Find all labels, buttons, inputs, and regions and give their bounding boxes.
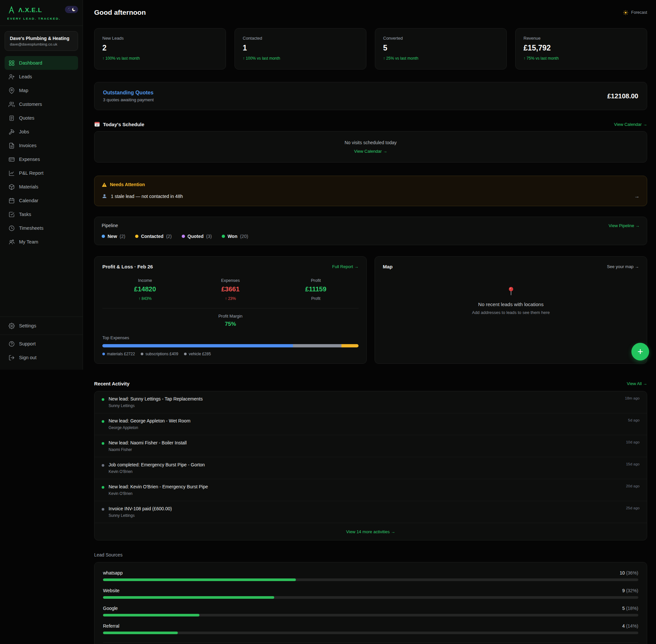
sidebar-item-jobs[interactable]: Jobs xyxy=(5,125,78,139)
stage-count: (2) xyxy=(166,234,172,239)
legend-vehicle: vehicle £285 xyxy=(184,352,211,356)
sidebar-item-my-team[interactable]: My Team xyxy=(5,235,78,249)
expenses-label: Expenses xyxy=(188,278,273,283)
sidebar-item-pnl-report[interactable]: P&L Report xyxy=(5,166,78,180)
stage-dot xyxy=(222,235,225,238)
sidebar-item-expenses[interactable]: Expenses xyxy=(5,153,78,166)
forecast-button[interactable]: Forecast xyxy=(623,10,647,16)
sidebar-item-tasks[interactable]: Tasks xyxy=(5,207,78,221)
source-pct: (18%) xyxy=(626,606,638,611)
outstanding-quotes-card[interactable]: Outstanding Quotes 3 quotes awaiting pay… xyxy=(94,82,647,110)
bar-segment-vehicle xyxy=(322,344,342,347)
warning-icon xyxy=(102,182,107,187)
lead-sources-title: Lead Sources xyxy=(94,552,647,557)
sidebar-item-quotes[interactable]: Quotes xyxy=(5,111,78,125)
profit-margin-block: Profit Margin 75% xyxy=(102,314,358,327)
activity-title: Invoice INV-108 paid (£600.00) xyxy=(109,506,621,511)
sidebar-item-sign-out[interactable]: Sign out xyxy=(5,351,78,364)
source-count: 10 xyxy=(619,570,625,575)
divider xyxy=(102,308,358,308)
check-square-icon xyxy=(8,211,15,217)
arrow-right-icon[interactable]: → xyxy=(634,193,640,199)
legend-label: vehicle £285 xyxy=(189,352,211,356)
sidebar-item-label: Materials xyxy=(19,184,38,189)
outstanding-quotes-subtitle: 3 quotes awaiting payment xyxy=(103,97,154,102)
activity-subtitle: George Appleton xyxy=(109,426,624,430)
add-button[interactable]: + xyxy=(631,343,649,361)
pnl-title: Profit & Loss · Feb 26 xyxy=(102,264,153,269)
sidebar-item-label: Quotes xyxy=(19,115,35,121)
calendar-emoji-icon: 17 xyxy=(94,121,100,127)
sidebar-item-support[interactable]: Support xyxy=(5,337,78,351)
activity-row[interactable]: New lead: George Appleton - Wet Room Geo… xyxy=(94,413,647,435)
sidebar-item-invoices[interactable]: Invoices xyxy=(5,139,78,153)
stage-dot xyxy=(135,235,138,238)
see-your-map-link[interactable]: See your map → xyxy=(607,264,639,269)
stat-value: £15,792 xyxy=(524,44,639,52)
pipeline-stage-new: New (2) xyxy=(102,234,125,239)
lead-source-referral: Referral 4 (14%) xyxy=(103,623,638,634)
view-calendar-link[interactable]: View Calendar → xyxy=(614,122,647,127)
activity-row[interactable]: Job completed: Emergency Burst Pipe - Go… xyxy=(94,457,647,479)
activity-title: New lead: Naomi Fisher - Boiler Install xyxy=(109,440,621,445)
legend-label: subscriptions £409 xyxy=(145,352,178,356)
stat-card-converted: Converted 5 ↑ 25% vs last month xyxy=(375,28,507,69)
view-all-link[interactable]: View All → xyxy=(627,381,647,386)
income-label: Income xyxy=(102,278,188,283)
schedule-view-calendar-link[interactable]: View Calendar → xyxy=(354,149,387,154)
stale-lead-row[interactable]: 1 stale lead — not contacted in 48h → xyxy=(102,193,640,199)
pnl-expenses: Expenses £3661 ↑ 23% xyxy=(188,278,273,301)
sidebar-item-timesheets[interactable]: Timesheets xyxy=(5,221,78,235)
sidebar-item-label: Support xyxy=(19,341,36,346)
source-name: whatsapp xyxy=(103,570,123,575)
activity-row[interactable]: New lead: Kevin O'Brien - Emergency Burs… xyxy=(94,479,647,501)
theme-toggle[interactable] xyxy=(65,6,78,13)
sidebar-item-customers[interactable]: Customers xyxy=(5,97,78,111)
sidebar-item-leads[interactable]: Leads xyxy=(5,70,78,84)
top-expenses-label: Top Expenses xyxy=(102,335,358,340)
stage-count: (3) xyxy=(206,234,212,239)
activity-time: 10d ago xyxy=(626,440,640,452)
sidebar-item-dashboard[interactable]: Dashboard xyxy=(5,56,78,70)
activity-list: New lead: Sunny Lettings - Tap Replaceme… xyxy=(94,391,647,540)
full-report-link[interactable]: Full Report → xyxy=(332,264,358,269)
stat-label: Converted xyxy=(383,36,499,41)
profit-margin-value: 75% xyxy=(102,321,358,327)
sidebar-item-label: Tasks xyxy=(19,212,31,217)
map-empty-subtitle: Add addresses to leads to see them here xyxy=(472,310,550,315)
source-bar-track xyxy=(103,596,638,599)
view-pipeline-link[interactable]: View Pipeline → xyxy=(609,223,640,228)
activity-dot xyxy=(102,464,104,467)
source-pct: (36%) xyxy=(626,570,638,575)
layout-grid-icon xyxy=(8,60,15,66)
map-pin-icon xyxy=(8,88,15,94)
activity-row[interactable]: Invoice INV-108 paid (£600.00) Sunny Let… xyxy=(94,501,647,523)
stage-count: (2) xyxy=(120,234,125,239)
forecast-label: Forecast xyxy=(631,10,647,15)
users-icon xyxy=(8,101,15,108)
activity-row[interactable]: New lead: Naomi Fisher - Boiler Install … xyxy=(94,435,647,457)
stat-value: 1 xyxy=(243,44,358,52)
sidebar-item-calendar[interactable]: Calendar xyxy=(5,194,78,207)
stage-label: Contacted xyxy=(141,234,163,239)
sidebar-item-label: Customers xyxy=(19,101,42,107)
activity-dot xyxy=(102,398,104,401)
source-bar-track xyxy=(103,631,638,634)
sidebar-item-materials[interactable]: Materials xyxy=(5,180,78,194)
stage-dot xyxy=(182,235,185,238)
activity-dot xyxy=(102,420,104,423)
map-empty-title: No recent leads with locations xyxy=(478,301,544,307)
stat-card-new-leads: New Leads 2 ↑ 100% vs last month xyxy=(94,28,226,69)
hammer-icon xyxy=(8,129,15,135)
clock-icon xyxy=(8,225,15,231)
sidebar-item-settings[interactable]: Settings xyxy=(5,319,78,332)
pipeline-stage-quoted: Quoted (3) xyxy=(182,234,212,239)
sidebar-item-map[interactable]: Map xyxy=(5,84,78,97)
activity-title: Job completed: Emergency Burst Pipe - Go… xyxy=(109,462,621,467)
outstanding-quotes-link[interactable]: Outstanding Quotes xyxy=(103,90,154,96)
source-bar-track xyxy=(103,578,638,581)
source-name: Referral xyxy=(103,623,119,628)
legend-label: materials £2722 xyxy=(107,352,135,356)
activity-row[interactable]: New lead: Sunny Lettings - Tap Replaceme… xyxy=(94,391,647,413)
view-more-activities-link[interactable]: View 14 more activities → xyxy=(346,529,395,534)
